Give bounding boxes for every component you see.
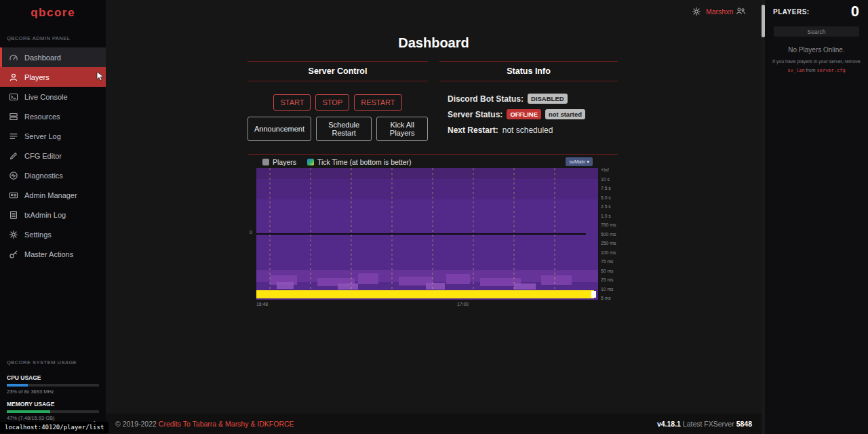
system-usage-panel: QBCORE SYSTEM USAGE CPU USAGE 23% of 8x …: [7, 359, 99, 427]
main-content: Marshxn Dashboard Server Control STARTST…: [106, 0, 762, 434]
players-panel-title: PLAYERS:: [773, 8, 810, 16]
players-empty-hint: If you have players in your server, remo…: [770, 57, 863, 76]
sidebar-item-diagnostics[interactable]: Diagnostics: [0, 165, 106, 185]
next-restart-label: Next Restart:: [448, 125, 498, 135]
y-tick-label: 5 ms: [601, 296, 616, 300]
chart-x-axis-labels: 16:48 17:00: [256, 302, 598, 307]
players-search-input[interactable]: [774, 26, 859, 37]
performance-chart-panel: Players Tick Time (at bottom is better) …: [248, 154, 618, 310]
sidebar-item-admin-manager[interactable]: Admin Manager: [0, 185, 106, 205]
server-log-icon: [9, 132, 18, 141]
status-bar-url: localhost:40120/player/list: [0, 422, 108, 433]
discord-bot-status-label: Discord Bot Status:: [448, 94, 524, 104]
server-control-primary-buttons: STARTSTOPRESTART: [248, 94, 428, 111]
username-link[interactable]: Marshxn: [706, 7, 733, 16]
resources-icon: [9, 112, 18, 121]
server-status-label: Server Status:: [448, 110, 502, 119]
no-players-message: No Players Online.: [765, 46, 868, 54]
chart-y-axis-labels: +Inf10 s7.5 s5.0 s2.5 s1.0 s750 ms500 ms…: [601, 167, 616, 300]
hint-server-cfg-code: server.cfg: [817, 68, 846, 73]
sidebar-item-label: Live Console: [24, 93, 68, 101]
footer: © 2019-2022 Credits To Tabarra & Marshy …: [106, 414, 762, 434]
players-axis-zero-label: 0: [250, 230, 252, 235]
server-stop-button[interactable]: STOP: [315, 94, 349, 111]
y-tick-label: 750 ms: [601, 222, 616, 227]
cpu-usage-detail: 23% of 8x 3693 MHz: [7, 389, 99, 395]
sidebar-item-settings[interactable]: Settings: [0, 224, 106, 244]
status-info-title: Status Info: [439, 61, 618, 81]
sidebar-item-label: Diagnostics: [24, 172, 63, 180]
sidebar-item-players[interactable]: Players: [0, 67, 106, 87]
server-control-secondary-buttons: AnnouncementSchedule RestartKick All Pla…: [248, 117, 428, 141]
list-icon: [9, 210, 18, 220]
sidebar-item-label: Server Log: [24, 132, 61, 140]
server-start-button[interactable]: START: [273, 94, 311, 111]
y-tick-label: 25 ms: [601, 277, 616, 282]
players-count: 0: [851, 3, 859, 20]
page-title: Dashboard: [106, 35, 762, 51]
legend-players: Players: [262, 158, 296, 166]
sidebar-item-resources[interactable]: Resources: [0, 106, 106, 126]
server-schedule-restart-button[interactable]: Schedule Restart: [316, 117, 372, 141]
tick-time-swatch-icon: [307, 159, 314, 165]
qbcore-logo: qbcore: [0, 0, 106, 20]
sidebar-item-label: Settings: [24, 231, 52, 239]
y-tick-label: 2.5 s: [601, 204, 616, 209]
sidebar-item-cfg-editor[interactable]: CFG Editor: [0, 146, 106, 165]
system-usage-label: QBCORE SYSTEM USAGE: [7, 359, 99, 366]
key-icon: [9, 250, 18, 259]
chart-header: Players Tick Time (at bottom is better) …: [248, 154, 618, 169]
sidebar-item-live-console[interactable]: Live Console: [0, 87, 106, 106]
sidebar-item-master-actions[interactable]: Master Actions: [0, 244, 106, 264]
y-tick-label: 7.5 s: [601, 186, 616, 191]
id-card-icon: [9, 191, 18, 200]
hint-prefix: If you have players in your server, remo…: [772, 59, 861, 64]
memory-usage-bar: [7, 410, 99, 413]
thread-selected-label: svMain: [569, 159, 585, 165]
y-tick-label: +Inf: [601, 167, 616, 172]
gear-icon[interactable]: [692, 7, 701, 19]
players-panel: PLAYERS: 0 No Players Online. If you hav…: [765, 0, 868, 434]
server-restart-button[interactable]: RESTART: [354, 94, 401, 111]
memory-usage-label: MEMORY USAGE: [7, 401, 99, 408]
diagnostics-icon: [9, 171, 18, 180]
server-status-state-badge: not started: [545, 109, 585, 119]
server-kick-all-players-button[interactable]: Kick All Players: [376, 117, 428, 141]
y-tick-label: 50 ms: [601, 269, 616, 273]
next-restart-value: not scheduled: [502, 125, 553, 135]
x-tick-2: 17:00: [457, 302, 469, 307]
fxserver-build: 5848: [736, 420, 752, 428]
sidebar-item-server-log[interactable]: Server Log: [0, 126, 106, 146]
credits-link[interactable]: Credits To Tabarra & Marshy & IDKFORCE: [159, 420, 294, 428]
sidebar-item-dashboard[interactable]: Dashboard: [0, 47, 106, 67]
server-status-row: Server Status: OFFLINE not started: [448, 106, 618, 122]
account-icon[interactable]: [736, 6, 746, 18]
hint-middle: from: [805, 68, 817, 73]
y-tick-label: 250 ms: [601, 241, 616, 245]
latest-fxserver-label: Latest FXServer: [683, 420, 734, 428]
sidebar: qbcore QBCORE ADMIN PANEL DashboardPlaye…: [0, 0, 106, 434]
dashboard-icon: [9, 53, 18, 62]
memory-usage-detail: 47% (7.48/15.93 GB): [7, 415, 99, 421]
sidebar-item-label: CFG Editor: [24, 152, 62, 160]
thread-selector-dropdown[interactable]: svMain ▾: [566, 157, 593, 166]
copyright-text: © 2019-2022: [115, 420, 157, 428]
y-tick-label: 10 s: [601, 177, 616, 182]
sidebar-item-label: Dashboard: [24, 54, 61, 62]
tick-time-heatmap: [256, 168, 598, 300]
legend-tick-time-label: Tick Time (at bottom is better): [317, 158, 411, 166]
sidebar-menu: DashboardPlayersLive ConsoleResourcesSer…: [0, 47, 106, 264]
server-announcement-button[interactable]: Announcement: [248, 117, 311, 141]
sidebar-item-txadmin-log[interactable]: txAdmin Log: [0, 205, 106, 224]
players-swatch-icon: [262, 159, 269, 165]
discord-bot-status-badge: DISABLED: [528, 94, 568, 104]
server-status-offline-badge: OFFLINE: [507, 109, 541, 119]
version-text: v4.18.1: [657, 420, 681, 428]
sidebar-section-label: QBCORE ADMIN PANEL: [7, 35, 70, 41]
sidebar-item-label: Players: [24, 73, 50, 81]
y-tick-label: 5.0 s: [601, 195, 616, 200]
cpu-usage-bar: [7, 384, 99, 387]
memory-usage-bar-fill: [7, 410, 50, 413]
legend-tick-time: Tick Time (at bottom is better): [307, 158, 411, 166]
server-control-panel: Server Control STARTSTOPRESTART Announce…: [248, 61, 428, 141]
